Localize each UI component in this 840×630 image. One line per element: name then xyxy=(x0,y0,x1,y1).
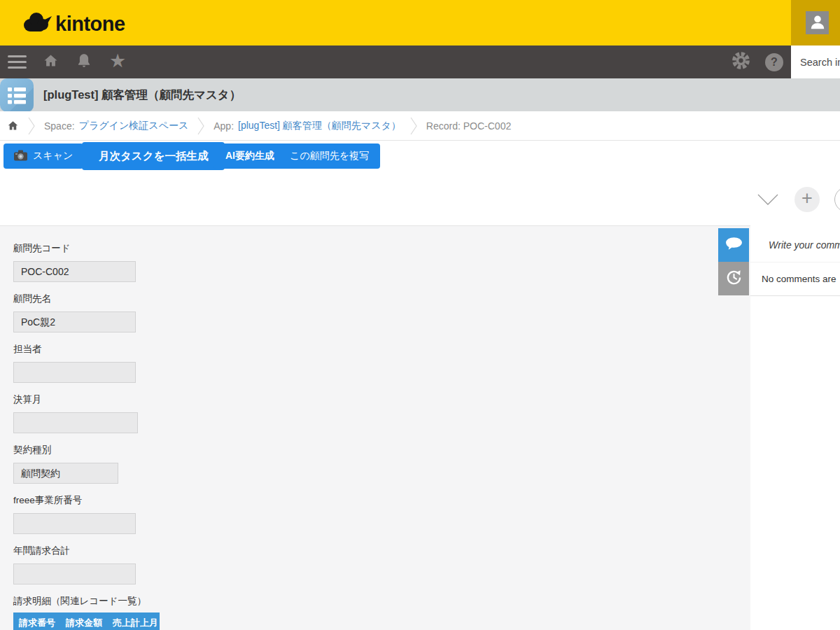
column-header: 売上計上月 xyxy=(113,617,158,629)
related-records-label: 請求明細（関連レコード一覧） xyxy=(13,596,750,606)
breadcrumb-chevron-icon xyxy=(197,117,204,135)
field-client-name: 顧問先名 PoC親2 xyxy=(13,294,750,332)
ai-summary-button[interactable]: AI要約生成 xyxy=(214,144,286,169)
comments-panel: Write your comm No comments are xyxy=(750,228,840,630)
field-value xyxy=(13,513,136,534)
breadcrumb-chevron-icon xyxy=(28,117,35,135)
history-tab[interactable] xyxy=(718,262,749,295)
field-label: 顧問先コード xyxy=(13,244,750,253)
user-avatar-icon xyxy=(808,13,827,34)
ai-summary-label: AI要約生成 xyxy=(225,150,274,162)
breadcrumb-space-link[interactable]: プラグイン検証スペース xyxy=(79,120,189,132)
app-icon[interactable] xyxy=(0,78,34,115)
comments-tab[interactable] xyxy=(718,228,749,262)
duplicate-client-button[interactable]: この顧問先を複写 xyxy=(279,144,380,169)
app-title: [plugTest] 顧客管理（顧問先マスタ） xyxy=(43,78,241,111)
user-avatar[interactable] xyxy=(806,11,829,34)
generate-monthly-tasks-label: 月次タスクを一括生成 xyxy=(99,149,208,164)
field-contract-type: 契約種別 顧問契約 xyxy=(13,445,750,484)
plus-icon: + xyxy=(802,189,813,208)
field-label: 決算月 xyxy=(13,395,750,405)
search-input[interactable] xyxy=(791,46,840,78)
add-record-button[interactable]: + xyxy=(794,187,820,212)
star-icon: ★ xyxy=(109,52,126,71)
field-value xyxy=(13,412,138,433)
field-label: 顧問先名 xyxy=(13,294,750,304)
breadcrumb-home-icon xyxy=(7,120,19,132)
field-label: 年間請求合計 xyxy=(13,546,750,556)
field-label: 担当者 xyxy=(13,344,750,354)
top-header-bar: kintone xyxy=(0,0,840,46)
column-header: 請求金額 xyxy=(66,617,102,629)
history-clock-icon xyxy=(724,268,743,290)
column-header: 請求番号 xyxy=(19,617,55,629)
settings-button[interactable] xyxy=(724,46,757,78)
field-value xyxy=(13,564,136,584)
scan-button[interactable]: スキャン xyxy=(4,144,83,169)
comments-empty-message: No comments are xyxy=(750,262,840,296)
scan-button-label: スキャン xyxy=(33,150,73,162)
field-label: 契約種別 xyxy=(13,445,750,455)
menu-button[interactable] xyxy=(0,46,34,78)
nav-right-group: ? xyxy=(724,46,791,78)
duplicate-client-label: この顧問先を複写 xyxy=(290,150,369,162)
help-icon: ? xyxy=(765,53,783,71)
home-button[interactable] xyxy=(34,46,67,78)
notifications-button[interactable] xyxy=(67,46,101,78)
related-records-table-header: 請求番号 請求金額 売上計上月 xyxy=(13,612,160,630)
record-detail-form: 顧問先コード POC-C002 顧問先名 PoC親2 担当者 決算月 契約種別 … xyxy=(0,225,750,630)
collapse-record-button[interactable] xyxy=(757,194,778,209)
breadcrumb-chevron-icon xyxy=(410,117,417,135)
home-icon xyxy=(42,52,59,72)
global-nav-bar: ★ ? xyxy=(0,46,840,78)
field-freee-office-number: freee事業所番号 xyxy=(13,496,750,534)
field-value: 顧問契約 xyxy=(13,463,118,484)
breadcrumb-space-label: Space: xyxy=(44,120,75,132)
field-label: freee事業所番号 xyxy=(13,496,750,505)
comment-input[interactable]: Write your comm xyxy=(750,228,840,262)
field-client-code: 顧問先コード POC-C002 xyxy=(13,244,750,282)
edit-record-button[interactable] xyxy=(834,187,840,212)
help-button[interactable]: ? xyxy=(757,46,791,78)
nav-left-group: ★ xyxy=(0,46,134,78)
field-value xyxy=(13,362,136,383)
breadcrumb-record-label: Record: POC-C002 xyxy=(426,120,511,132)
breadcrumb: Space: プラグイン検証スペース App: [plugTest] 顧客管理（… xyxy=(0,111,840,141)
favorites-button[interactable]: ★ xyxy=(101,46,134,78)
breadcrumb-home-button[interactable] xyxy=(7,120,19,132)
comment-bubble-icon xyxy=(724,235,743,255)
breadcrumb-app-link[interactable]: [plugTest] 顧客管理（顧問先マスタ） xyxy=(238,120,401,132)
hamburger-icon xyxy=(8,55,27,69)
bell-icon xyxy=(76,52,92,72)
field-assignee: 担当者 xyxy=(13,344,750,383)
kintone-logo[interactable]: kintone xyxy=(21,10,125,37)
field-annual-billing-total: 年間請求合計 xyxy=(13,546,750,584)
generate-monthly-tasks-button[interactable]: 月次タスクを一括生成 xyxy=(82,142,225,170)
chevron-down-icon xyxy=(757,194,778,206)
kintone-logo-text: kintone xyxy=(55,13,125,36)
breadcrumb-app-label: App: xyxy=(214,120,234,132)
field-value: POC-C002 xyxy=(13,261,136,282)
field-value: PoC親2 xyxy=(13,312,136,332)
gear-icon xyxy=(732,51,750,73)
camera-icon xyxy=(14,150,27,163)
field-fiscal-month: 決算月 xyxy=(13,395,750,433)
kintone-cloud-icon xyxy=(21,10,52,37)
